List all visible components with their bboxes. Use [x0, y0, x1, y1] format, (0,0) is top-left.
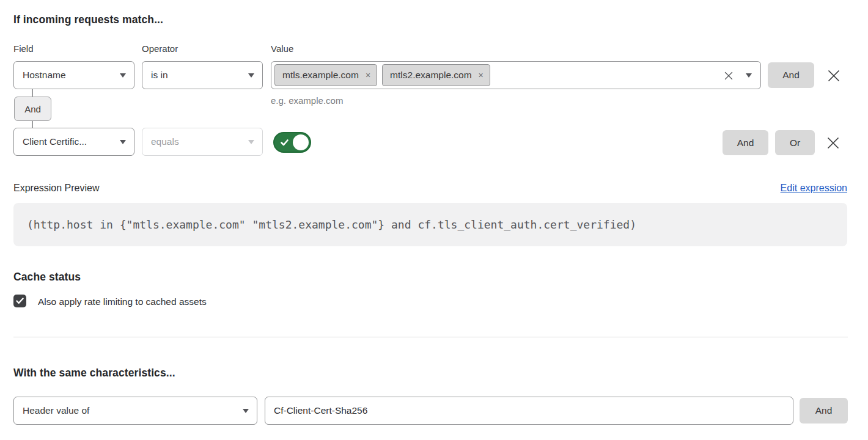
characteristic-select[interactable]: Header value of: [13, 397, 257, 425]
chevron-down-icon: [120, 73, 126, 78]
and-condition-button-row1[interactable]: And: [768, 62, 814, 88]
value-tag-label: mtls2.example.com: [390, 70, 472, 81]
tag-remove-icon[interactable]: ×: [479, 71, 484, 79]
clear-values-icon[interactable]: [724, 71, 734, 81]
value-multiselect-row1[interactable]: mtls.example.com × mtls2.example.com ×: [271, 61, 761, 89]
expression-preview-label: Expression Preview: [13, 183, 100, 194]
tag-remove-icon[interactable]: ×: [366, 71, 370, 79]
operator-select-row2-value: equals: [151, 136, 179, 147]
and-condition-button-row2[interactable]: And: [723, 130, 768, 155]
check-icon: [16, 298, 24, 304]
chevron-down-icon: [248, 140, 254, 144]
cached-assets-checkbox[interactable]: [13, 295, 26, 307]
connector-line-top: [32, 89, 33, 97]
value-column-label: Value: [271, 43, 293, 54]
connector-line-bottom: [32, 121, 33, 128]
delete-condition-icon-row2[interactable]: [826, 136, 840, 150]
chevron-down-icon: [248, 73, 254, 78]
value-tag-label: mtls.example.com: [282, 70, 359, 81]
edit-expression-link[interactable]: Edit expression: [781, 183, 847, 194]
operator-column-label: Operator: [142, 43, 178, 54]
operator-select-row2-disabled: equals: [142, 128, 263, 156]
value-tag: mtls.example.com ×: [274, 64, 377, 86]
field-column-label: Field: [13, 43, 34, 54]
characteristic-select-value: Header value of: [23, 405, 89, 416]
toggle-knob: [293, 134, 309, 150]
expression-code: (http.host in {"mtls.example.com" "mtls2…: [27, 218, 636, 231]
value-hint-text: e.g. example.com: [271, 95, 343, 106]
cached-assets-checkbox-label: Also apply rate limiting to cached asset…: [38, 296, 207, 307]
rate-limit-rule-builder: If incoming requests match... Field Oper…: [0, 0, 868, 440]
or-condition-button-row2[interactable]: Or: [775, 130, 815, 155]
delete-condition-icon-row1[interactable]: [826, 68, 841, 83]
chevron-down-icon[interactable]: [746, 73, 752, 78]
cert-verified-toggle[interactable]: [273, 132, 311, 153]
field-select-row2-value: Client Certific...: [23, 136, 87, 147]
operator-select-row1-value: is in: [151, 70, 168, 81]
field-select-row1-value: Hostname: [23, 70, 66, 81]
check-icon: [280, 138, 289, 147]
match-section-title: If incoming requests match...: [13, 13, 163, 26]
field-select-row1[interactable]: Hostname: [13, 61, 134, 89]
section-divider: [13, 337, 848, 337]
connector-and-chip[interactable]: And: [14, 97, 51, 121]
value-tag: mtls2.example.com ×: [382, 64, 490, 86]
expression-preview-block: (http.host in {"mtls.example.com" "mtls2…: [13, 203, 847, 246]
characteristics-section-title: With the same characteristics...: [13, 367, 175, 380]
cache-status-title: Cache status: [13, 271, 81, 284]
field-select-row2[interactable]: Client Certific...: [13, 128, 134, 156]
chevron-down-icon: [243, 409, 249, 413]
and-characteristic-button[interactable]: And: [800, 398, 848, 424]
chevron-down-icon: [120, 140, 126, 144]
header-name-input[interactable]: [265, 397, 793, 425]
operator-select-row1[interactable]: is in: [142, 61, 263, 89]
